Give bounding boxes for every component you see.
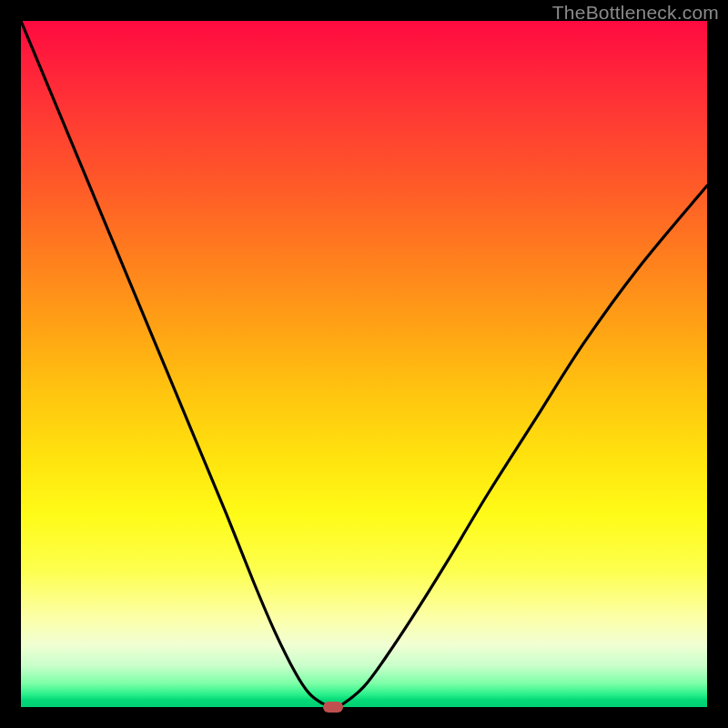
optimal-point-marker [323,702,343,713]
chart-frame: TheBottleneck.com [0,0,728,728]
watermark-text: TheBottleneck.com [552,2,719,24]
plot-area [21,21,707,707]
bottleneck-curve [21,21,707,707]
